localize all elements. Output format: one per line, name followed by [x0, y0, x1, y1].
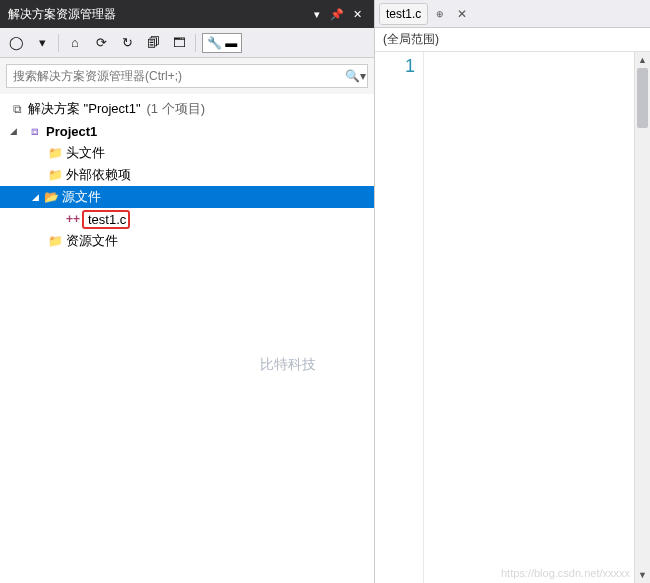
- project-node[interactable]: ◢ ⧈ Project1: [0, 120, 374, 142]
- panel-title-bar: 解决方案资源管理器 ▾ 📌 ✕: [0, 0, 374, 28]
- pin-icon[interactable]: 📌: [328, 5, 346, 23]
- editor-panel: test1.c ⊕ ✕ (全局范围) 1 ▲ ▼ https://blog.cs…: [375, 0, 650, 583]
- properties-icon[interactable]: 🗔: [169, 33, 189, 53]
- cpp-file-icon: ++: [64, 212, 82, 226]
- forward-icon[interactable]: ▾: [32, 33, 52, 53]
- code-body[interactable]: [423, 52, 650, 583]
- scope-bar[interactable]: (全局范围): [375, 28, 650, 52]
- scroll-thumb[interactable]: [637, 68, 648, 128]
- wrench-tool[interactable]: 🔧 ▬: [202, 33, 242, 53]
- scroll-up-icon[interactable]: ▲: [635, 52, 650, 68]
- separator: [58, 34, 59, 52]
- folder-label: 资源文件: [64, 232, 118, 250]
- folder-headers[interactable]: 📁 头文件: [0, 142, 374, 164]
- solution-explorer-panel: 解决方案资源管理器 ▾ 📌 ✕ ◯ ▾ ⌂ ⟳ ↻ 🗐 🗔 🔧 ▬ 🔍▾ ⧉ 解…: [0, 0, 375, 583]
- scope-label: (全局范围): [383, 31, 439, 48]
- line-gutter: 1: [375, 52, 423, 583]
- panel-title: 解决方案资源管理器: [8, 6, 306, 23]
- sync-icon[interactable]: ⟳: [91, 33, 111, 53]
- file-item[interactable]: ++ test1.c: [0, 208, 374, 230]
- tab-label: test1.c: [386, 7, 421, 21]
- close-tab-icon[interactable]: ✕: [452, 7, 472, 21]
- folder-icon: 📁: [46, 168, 64, 182]
- watermark: 比特科技: [260, 356, 316, 374]
- scroll-track[interactable]: [635, 68, 650, 567]
- folder-external[interactable]: 📁 外部依赖项: [0, 164, 374, 186]
- solution-node[interactable]: ⧉ 解决方案 "Project1" (1 个项目): [0, 98, 374, 120]
- copy-icon[interactable]: 🗐: [143, 33, 163, 53]
- project-icon: ⧈: [26, 124, 44, 138]
- expand-icon[interactable]: ◢: [6, 126, 20, 136]
- code-area: 1: [375, 52, 650, 583]
- search-dropdown-icon[interactable]: 🔍▾: [343, 69, 367, 83]
- folder-label: 源文件: [60, 188, 101, 206]
- scroll-down-icon[interactable]: ▼: [635, 567, 650, 583]
- folder-icon: 📁: [46, 146, 64, 160]
- separator: [195, 34, 196, 52]
- line-number: 1: [375, 56, 415, 77]
- explorer-toolbar: ◯ ▾ ⌂ ⟳ ↻ 🗐 🗔 🔧 ▬: [0, 28, 374, 58]
- expand-icon[interactable]: ◢: [28, 192, 42, 202]
- solution-tree: ⧉ 解决方案 "Project1" (1 个项目) ◢ ⧈ Project1 📁…: [0, 94, 374, 583]
- folder-icon: 📁: [46, 234, 64, 248]
- search-box: 🔍▾: [6, 64, 368, 88]
- editor-tabs: test1.c ⊕ ✕: [375, 0, 650, 28]
- search-input[interactable]: [7, 69, 343, 83]
- home-icon[interactable]: ⌂: [65, 33, 85, 53]
- folder-icon: 📂: [42, 190, 60, 204]
- refresh-icon[interactable]: ↻: [117, 33, 137, 53]
- file-tab[interactable]: test1.c: [379, 3, 428, 25]
- pin-tab-icon[interactable]: ⊕: [430, 9, 450, 19]
- file-label: test1.c: [86, 212, 126, 227]
- solution-icon: ⧉: [8, 102, 26, 116]
- close-icon[interactable]: ✕: [348, 5, 366, 23]
- project-label: Project1: [44, 124, 97, 139]
- folder-label: 头文件: [64, 144, 105, 162]
- highlight-box: test1.c: [82, 210, 130, 229]
- back-icon[interactable]: ◯: [6, 33, 26, 53]
- dropdown-icon[interactable]: ▾: [308, 5, 326, 23]
- project-count: (1 个项目): [147, 100, 206, 118]
- vertical-scrollbar[interactable]: ▲ ▼: [634, 52, 650, 583]
- solution-label: 解决方案 "Project1": [26, 100, 141, 118]
- folder-sources[interactable]: ◢ 📂 源文件: [0, 186, 374, 208]
- folder-label: 外部依赖项: [64, 166, 131, 184]
- folder-resources[interactable]: 📁 资源文件: [0, 230, 374, 252]
